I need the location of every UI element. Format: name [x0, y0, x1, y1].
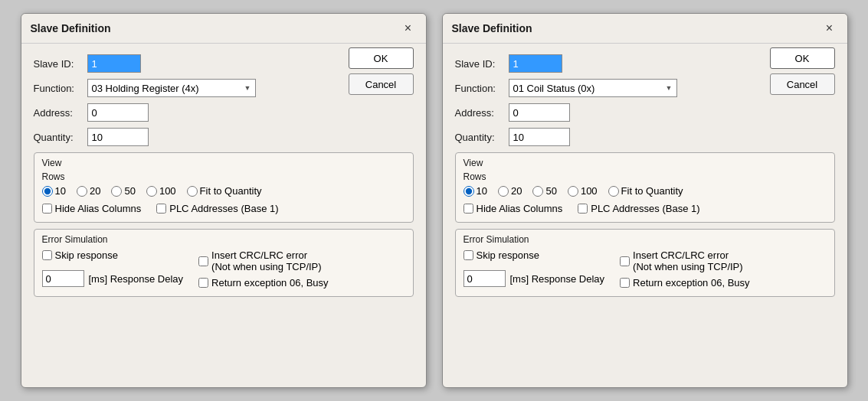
error-col-left-2: Skip response [ms] Response Delay — [463, 249, 605, 287]
radio-50-2[interactable]: 50 — [532, 185, 556, 197]
titlebar-2: Slave Definition × — [443, 14, 847, 44]
btn-group-2: OK Cancel — [770, 47, 835, 95]
ms-row-1: [ms] Response Delay — [42, 270, 184, 287]
address-input-2[interactable] — [509, 103, 570, 122]
error-col-left-1: Skip response [ms] Response Delay — [42, 249, 184, 287]
error-col-right-1: Insert CRC/LRC error(Not when using TCP/… — [198, 249, 328, 289]
quantity-row-2: Quantity: — [455, 128, 835, 146]
quantity-input-1[interactable] — [87, 128, 149, 146]
dialog-2-title: Slave Definition — [452, 22, 532, 34]
dialog-2: Slave Definition × Slave ID: Function: 0… — [442, 13, 848, 388]
view-section-1: View Rows 10 20 50 100 — [34, 152, 414, 223]
dialog-1: Slave Definition × Slave ID: Function: 0… — [21, 13, 427, 388]
hide-alias-1[interactable]: Hide Alias Columns — [42, 203, 142, 214]
function-select-2[interactable]: 01 Coil Status (0x) 03 Holding Register … — [509, 79, 677, 97]
slave-id-input-2[interactable] — [509, 54, 562, 73]
address-row-2: Address: — [455, 103, 835, 122]
radio-100-1[interactable]: 100 — [146, 185, 176, 197]
error-col-right-2: Insert CRC/LRC error(Not when using TCP/… — [620, 249, 749, 289]
view-title-2: View — [463, 158, 827, 168]
error-row-2: Skip response [ms] Response Delay Insert… — [463, 249, 827, 289]
hide-alias-2[interactable]: Hide Alias Columns — [463, 203, 563, 214]
btn-group-1: OK Cancel — [349, 47, 414, 95]
function-label-2: Function: — [455, 83, 509, 94]
plc-addresses-2[interactable]: PLC Addresses (Base 1) — [578, 203, 699, 214]
insert-crc-2[interactable]: Insert CRC/LRC error(Not when using TCP/… — [620, 249, 749, 272]
function-label-1: Function: — [34, 83, 87, 94]
dialog-1-title: Slave Definition — [31, 22, 111, 34]
dialog-1-body: Slave ID: Function: 03 Holding Register … — [21, 44, 426, 308]
checkbox-row-1: Hide Alias Columns PLC Addresses (Base 1… — [42, 203, 405, 214]
rows-title-2: Rows — [463, 171, 827, 182]
address-label-2: Address: — [455, 107, 509, 119]
slave-id-label-2: Slave ID: — [455, 58, 509, 70]
quantity-input-2[interactable] — [509, 128, 570, 146]
radio-row-1: 10 20 50 100 Fit to Quantity — [42, 185, 405, 197]
function-select-1[interactable]: 03 Holding Register (4x) 01 Coil Status … — [87, 79, 256, 97]
insert-crc-1[interactable]: Insert CRC/LRC error(Not when using TCP/… — [198, 249, 328, 272]
cancel-button-2[interactable]: Cancel — [770, 73, 835, 95]
radio-100-2[interactable]: 100 — [568, 185, 598, 197]
ms-input-1[interactable] — [42, 270, 84, 287]
radio-10-2[interactable]: 10 — [463, 185, 487, 197]
radio-50-1[interactable]: 50 — [111, 185, 135, 197]
radio-fit-2[interactable]: Fit to Quantity — [608, 185, 683, 197]
address-row-1: Address: — [34, 103, 414, 122]
radio-10-1[interactable]: 10 — [42, 185, 66, 197]
slave-id-label-1: Slave ID: — [34, 58, 87, 70]
radio-20-1[interactable]: 20 — [77, 185, 100, 197]
quantity-label-2: Quantity: — [455, 132, 509, 143]
ok-button-2[interactable]: OK — [770, 47, 835, 69]
address-input-1[interactable] — [87, 103, 149, 122]
radio-fit-1[interactable]: Fit to Quantity — [187, 185, 262, 197]
return-exception-2[interactable]: Return exception 06, Busy — [620, 277, 749, 289]
view-title-1: View — [42, 158, 405, 168]
skip-response-1[interactable]: Skip response — [42, 249, 184, 261]
error-sim-title-2: Error Simulation — [463, 234, 827, 245]
quantity-row-1: Quantity: — [34, 128, 414, 146]
ms-row-2: [ms] Response Delay — [463, 270, 605, 287]
plc-addresses-1[interactable]: PLC Addresses (Base 1) — [156, 203, 278, 214]
close-button-2[interactable]: × — [821, 20, 838, 37]
quantity-label-1: Quantity: — [34, 132, 87, 143]
dialog-2-body: Slave ID: Function: 01 Coil Status (0x) … — [443, 44, 847, 308]
skip-response-2[interactable]: Skip response — [463, 249, 605, 261]
address-label-1: Address: — [34, 107, 87, 119]
titlebar-1: Slave Definition × — [21, 14, 426, 44]
error-sim-1: Error Simulation Skip response [ms] Resp… — [34, 229, 414, 297]
radio-row-2: 10 20 50 100 Fit to Quantity — [463, 185, 827, 197]
cancel-button-1[interactable]: Cancel — [349, 73, 414, 95]
view-section-2: View Rows 10 20 50 100 — [455, 152, 835, 223]
ms-input-2[interactable] — [463, 270, 506, 287]
function-select-wrapper-2: 01 Coil Status (0x) 03 Holding Register … — [509, 79, 677, 97]
error-row-1: Skip response [ms] Response Delay Insert… — [42, 249, 405, 289]
checkbox-row-2: Hide Alias Columns PLC Addresses (Base 1… — [463, 203, 827, 214]
ok-button-1[interactable]: OK — [349, 47, 414, 69]
error-sim-title-1: Error Simulation — [42, 234, 405, 245]
error-sim-2: Error Simulation Skip response [ms] Resp… — [455, 229, 835, 297]
return-exception-1[interactable]: Return exception 06, Busy — [198, 277, 328, 289]
rows-title-1: Rows — [42, 171, 405, 182]
radio-20-2[interactable]: 20 — [498, 185, 522, 197]
slave-id-input-1[interactable] — [87, 54, 141, 73]
function-select-wrapper-1: 03 Holding Register (4x) 01 Coil Status … — [87, 79, 256, 97]
close-button-1[interactable]: × — [400, 20, 417, 37]
